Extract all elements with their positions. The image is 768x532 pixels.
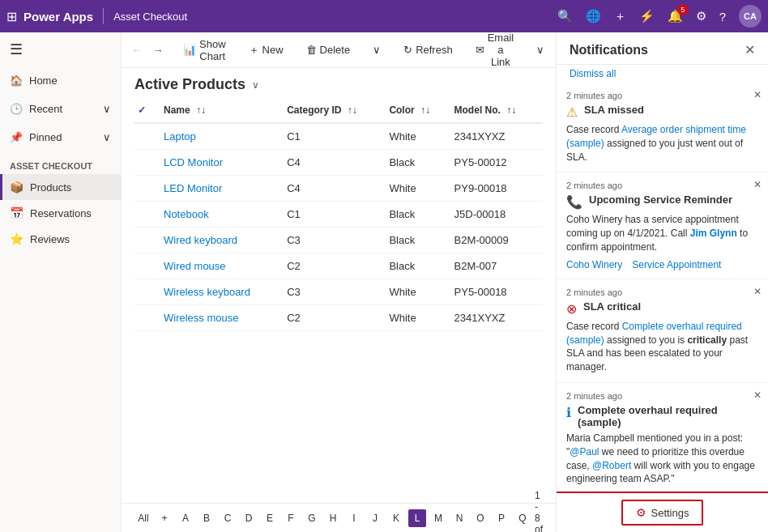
sidebar-item-recent[interactable]: 🕒 Recent ∨ [0,95,121,123]
sidebar-item-pinned[interactable]: 📌 Pinned ∨ [0,123,121,151]
reservations-icon: 📅 [10,206,23,219]
pag-letter-C[interactable]: C [219,509,237,527]
pag-letter-M[interactable]: M [429,509,447,527]
environment-icon[interactable]: 🌐 [586,9,601,23]
notification-item-service-reminder: ✕ 2 minutes ago 📞 Upcoming Service Remin… [557,172,768,279]
sidebar-nav-products[interactable]: 📦 Products [0,174,121,200]
pag-letter-G[interactable]: G [303,509,321,527]
chevron-down-icon-2: ∨ [103,131,111,143]
table-row: Wireless keyboard C3 White PY5-00018 [134,279,543,305]
model-sort-icon[interactable]: ↑↓ [506,104,516,116]
name-sort-icon[interactable]: ↑↓ [196,104,206,116]
pag-letter-D[interactable]: D [240,509,258,527]
pag-letter-F[interactable]: F [282,509,300,527]
color-sort-icon[interactable]: ↑↓ [420,104,430,116]
pag-letter-Q[interactable]: Q [514,509,531,527]
product-link-7[interactable]: Wireless mouse [164,312,238,324]
help-icon[interactable]: ? [719,10,726,23]
add-icon[interactable]: ＋ [614,9,626,24]
mention-paul[interactable]: @Paul [570,446,599,458]
view-record-link[interactable]: View record [566,491,617,492]
color-column-header[interactable]: Color ↑↓ [386,98,450,123]
new-button[interactable]: ＋ New [242,38,290,62]
select-all-header[interactable]: ✓ [134,98,160,123]
back-button[interactable]: ← [128,39,146,62]
coho-winery-link[interactable]: Coho Winery [566,259,622,270]
pag-letter-I[interactable]: I [345,509,363,527]
email-link-button[interactable]: ✉ Email a Link [469,32,521,73]
pag-letter-K[interactable]: K [387,509,405,527]
notifications-title: Notifications [570,43,648,57]
pag-letter-B[interactable]: B [198,509,215,527]
notif-close-3[interactable]: ✕ [753,286,762,297]
show-chart-button[interactable]: 📊 Show Chart [177,33,233,67]
search-icon[interactable]: 🔍 [557,9,573,23]
filter-icon[interactable]: ⚡ [639,9,655,23]
row-checkbox-1[interactable] [134,150,160,176]
notif-close-2[interactable]: ✕ [753,179,762,190]
more-button-1[interactable]: ∨ [366,39,387,61]
pag-letter-H[interactable]: H [324,509,342,527]
row-checkbox-2[interactable] [134,176,160,202]
row-checkbox-6[interactable] [134,279,160,305]
settings-button[interactable]: ⚙ Settings [621,500,704,526]
product-category-3: C1 [284,202,386,228]
product-color-2: White [386,176,450,202]
warning-icon-1: ⚠ [566,104,578,120]
row-checkbox-3[interactable] [134,202,160,228]
notif-link-jim[interactable]: Jim Glynn [690,228,737,239]
row-checkbox-0[interactable] [134,123,160,150]
dismiss-all-button[interactable]: Dismiss all [557,65,768,83]
pag-letter-L[interactable]: L [408,509,426,527]
view-selector-icon[interactable]: ∨ [252,79,259,91]
mention-robert[interactable]: @Robert [592,460,631,471]
notif-close-4[interactable]: ✕ [753,389,762,401]
model-column-header[interactable]: Model No. ↑↓ [451,98,543,123]
product-link-2[interactable]: LED Monitor [164,182,222,194]
sidebar-item-home[interactable]: 🏠 Home [0,66,121,95]
sidebar-toggle[interactable]: ☰ [0,32,121,66]
notif-link-1[interactable]: Average order shipment time (sample) [566,124,746,149]
category-column-header[interactable]: Category ID ↑↓ [284,98,386,123]
pinned-icon: 📌 [10,131,23,143]
product-model-7: 2341XYXZ [451,305,543,331]
forward-button[interactable]: → [149,39,167,62]
row-checkbox-5[interactable] [134,253,160,279]
recent-icon: 🕒 [10,103,23,115]
row-checkbox-4[interactable] [134,228,160,253]
sidebar-nav-reviews[interactable]: ⭐ Reviews [0,226,121,252]
name-column-header[interactable]: Name ↑↓ [160,98,284,123]
sidebar-nav-reservations[interactable]: 📅 Reservations [0,200,121,226]
notif-close-1[interactable]: ✕ [753,89,762,100]
product-name-6: Wireless keyboard [160,279,284,305]
notifications-close-button[interactable]: ✕ [745,42,755,57]
avatar[interactable]: CA [739,5,762,28]
category-sort-icon[interactable]: ↑↓ [348,104,357,116]
pag-letter-P[interactable]: P [493,509,510,527]
product-link-1[interactable]: LCD Monitor [164,156,223,168]
products-icon: 📦 [10,181,23,194]
product-link-0[interactable]: Laptop [164,130,196,143]
pag-letter-O[interactable]: O [471,509,489,527]
pag-letter-+[interactable]: + [156,509,173,527]
more-button-2[interactable]: ∨ [530,39,551,61]
service-appointment-link[interactable]: Service Appointment [632,259,721,270]
row-checkbox-7[interactable] [134,305,160,331]
settings-icon[interactable]: ⚙ [696,9,706,23]
grid-icon[interactable]: ⊞ [6,9,17,24]
product-link-4[interactable]: Wired keyboard [164,234,237,246]
pag-letter-E[interactable]: E [261,509,279,527]
delete-button[interactable]: 🗑 Delete [300,39,357,61]
product-name-7: Wireless mouse [160,305,284,331]
product-model-2: PY9-00018 [451,176,543,202]
delete-icon: 🗑 [306,44,317,56]
pag-letter-A[interactable]: A [177,509,194,527]
notification-icon[interactable]: 🔔 5 [668,9,683,23]
pag-letter-N[interactable]: N [450,509,468,527]
pag-letter-All[interactable]: All [134,509,152,527]
product-link-6[interactable]: Wireless keyboard [164,286,250,298]
product-link-5[interactable]: Wired mouse [164,260,226,272]
pag-letter-J[interactable]: J [366,509,384,527]
product-link-3[interactable]: Notebook [164,208,209,220]
refresh-button[interactable]: ↻ Refresh [397,39,459,61]
